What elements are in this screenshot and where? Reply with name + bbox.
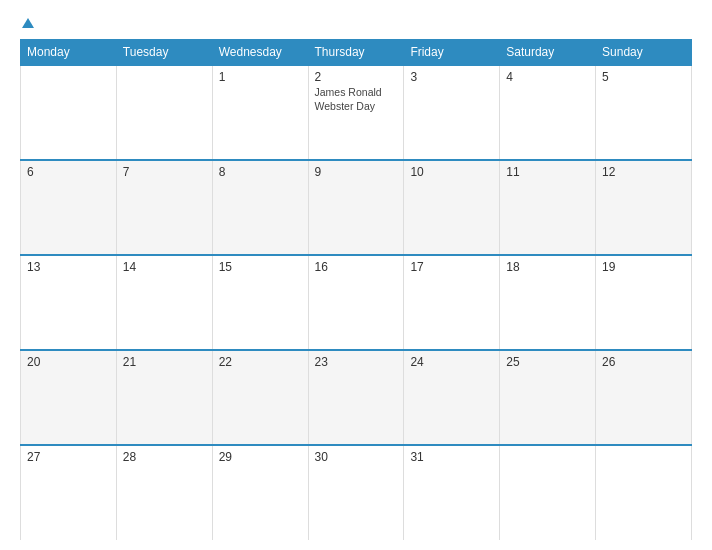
calendar-cell: 6 [21,160,117,255]
day-number: 23 [315,355,398,369]
day-number: 20 [27,355,110,369]
day-number: 21 [123,355,206,369]
calendar-cell: 3 [404,65,500,160]
calendar-cell: 15 [212,255,308,350]
calendar-cell: 20 [21,350,117,445]
calendar-cell: 10 [404,160,500,255]
calendar-cell: 9 [308,160,404,255]
weekday-header-tuesday: Tuesday [116,40,212,66]
calendar-cell: 22 [212,350,308,445]
day-number: 2 [315,70,398,84]
logo [20,18,34,29]
day-number: 3 [410,70,493,84]
day-number: 18 [506,260,589,274]
day-number: 25 [506,355,589,369]
calendar-cell: 29 [212,445,308,540]
calendar-week-row: 12James Ronald Webster Day345 [21,65,692,160]
calendar-cell: 27 [21,445,117,540]
calendar-cell: 7 [116,160,212,255]
weekday-header-friday: Friday [404,40,500,66]
calendar-cell: 30 [308,445,404,540]
day-number: 4 [506,70,589,84]
day-number: 24 [410,355,493,369]
calendar-cell [500,445,596,540]
logo-blue-text [20,18,34,29]
calendar-cell [21,65,117,160]
calendar-cell: 4 [500,65,596,160]
day-number: 1 [219,70,302,84]
day-number: 11 [506,165,589,179]
day-number: 13 [27,260,110,274]
calendar-week-row: 2728293031 [21,445,692,540]
calendar-cell: 24 [404,350,500,445]
day-number: 17 [410,260,493,274]
weekday-header-thursday: Thursday [308,40,404,66]
day-number: 7 [123,165,206,179]
calendar-cell: 18 [500,255,596,350]
event-label: James Ronald Webster Day [315,86,398,113]
calendar-table: MondayTuesdayWednesdayThursdayFridaySatu… [20,39,692,540]
calendar-cell: 28 [116,445,212,540]
calendar-cell: 11 [500,160,596,255]
calendar-week-row: 13141516171819 [21,255,692,350]
calendar-cell: 21 [116,350,212,445]
day-number: 30 [315,450,398,464]
day-number: 5 [602,70,685,84]
calendar-cell: 12 [596,160,692,255]
calendar-week-row: 20212223242526 [21,350,692,445]
day-number: 31 [410,450,493,464]
calendar-cell: 8 [212,160,308,255]
calendar-cell: 26 [596,350,692,445]
calendar-cell: 13 [21,255,117,350]
day-number: 29 [219,450,302,464]
day-number: 27 [27,450,110,464]
calendar-cell: 19 [596,255,692,350]
weekday-header-sunday: Sunday [596,40,692,66]
calendar-cell: 5 [596,65,692,160]
day-number: 6 [27,165,110,179]
calendar-cell: 31 [404,445,500,540]
day-number: 12 [602,165,685,179]
weekday-header-monday: Monday [21,40,117,66]
weekday-header-wednesday: Wednesday [212,40,308,66]
calendar-cell: 1 [212,65,308,160]
day-number: 28 [123,450,206,464]
calendar-cell [596,445,692,540]
calendar-cell: 17 [404,255,500,350]
calendar-cell: 23 [308,350,404,445]
weekday-header-saturday: Saturday [500,40,596,66]
day-number: 9 [315,165,398,179]
day-number: 22 [219,355,302,369]
header [20,18,692,29]
calendar-cell: 2James Ronald Webster Day [308,65,404,160]
day-number: 26 [602,355,685,369]
day-number: 10 [410,165,493,179]
day-number: 19 [602,260,685,274]
weekday-header-row: MondayTuesdayWednesdayThursdayFridaySatu… [21,40,692,66]
day-number: 16 [315,260,398,274]
calendar-cell: 16 [308,255,404,350]
calendar-week-row: 6789101112 [21,160,692,255]
calendar-cell: 14 [116,255,212,350]
day-number: 8 [219,165,302,179]
logo-triangle-icon [22,18,34,28]
day-number: 14 [123,260,206,274]
calendar-page: MondayTuesdayWednesdayThursdayFridaySatu… [0,0,712,550]
day-number: 15 [219,260,302,274]
calendar-cell [116,65,212,160]
calendar-cell: 25 [500,350,596,445]
